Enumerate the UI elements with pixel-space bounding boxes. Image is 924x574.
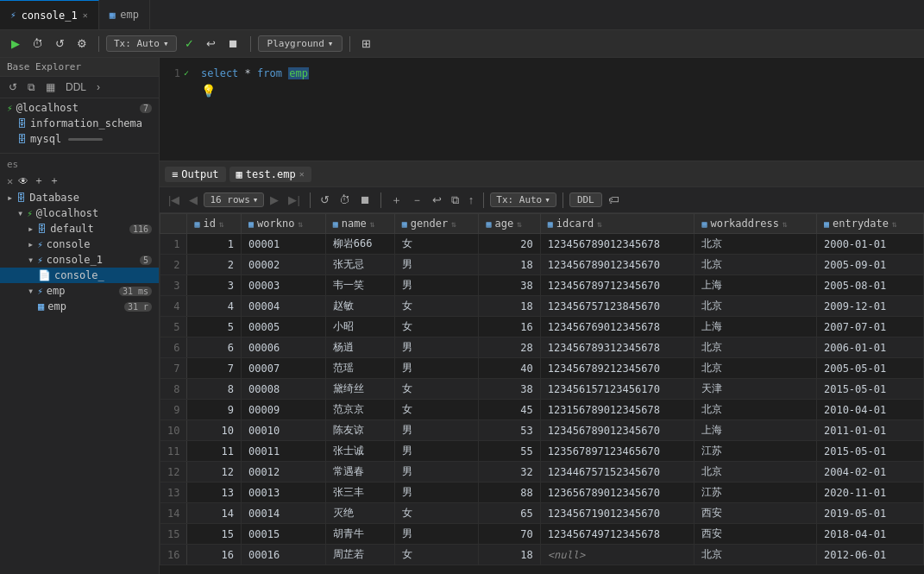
table-cell[interactable]: 赵敏 [325,296,394,317]
sidebar-ddl-button[interactable]: DDL [62,79,90,95]
sidebar-item-mysql[interactable]: 🗄 mysql [0,131,159,147]
table-row[interactable]: 131300013张三丰男88123656789012345670江苏2020-… [160,483,924,503]
table-cell[interactable]: 32 [479,462,540,483]
rows-dropdown[interactable]: 16 rows ▾ [204,192,264,207]
tab-output[interactable]: ≡ Output [165,167,226,182]
table-cell[interactable]: 00003 [242,275,326,296]
sidebar-item-database[interactable]: ▸ 🗄 Database [0,190,159,205]
col-workno-sort-icon[interactable]: ⇅ [298,219,303,229]
data-tx-dropdown[interactable]: Tx: Auto ▾ [490,192,556,207]
table-cell[interactable]: 123456789012345670 [540,255,695,275]
table-cell[interactable]: 00013 [242,483,326,503]
table-cell[interactable]: 女 [394,234,479,255]
table-cell[interactable]: 张三丰 [325,483,394,503]
table-cell[interactable]: 上海 [695,420,817,441]
table-cell[interactable]: 上海 [695,275,817,296]
export-button[interactable]: ↑ [465,192,478,208]
settings-button[interactable]: ⚙ [72,35,91,53]
table-cell[interactable]: 女 [394,379,479,400]
sidebar-item-close-icon[interactable]: ✕ 👁 ＋ ＋ [0,172,159,190]
stop-button[interactable]: ⏹ [223,35,243,53]
table-row[interactable]: 6600006杨逍男28123456789312345678北京2006-01-… [160,337,924,358]
sidebar-item-emp-table[interactable]: ▦ emp 31 r [0,299,159,314]
table-cell[interactable]: 123456789312345678 [540,337,695,358]
table-cell[interactable]: 范京京 [325,400,394,420]
table-cell[interactable]: 28 [479,337,540,358]
col-age-sort-icon[interactable]: ⇅ [517,219,522,229]
table-row[interactable]: 7700007范瑶男40123456789212345670北京2005-05-… [160,358,924,379]
sidebar-item-default[interactable]: ▸ 🗄 default 116 [0,221,159,237]
table-cell[interactable]: 15 [187,524,242,545]
table-cell[interactable]: 123456719012345670 [540,503,695,524]
col-entrydate-sort-icon[interactable]: ⇅ [892,219,897,229]
table-row[interactable]: 161600016周芷若女18<null>北京2012-06-01 [160,545,924,565]
table-cell[interactable]: 65 [479,503,540,524]
table-cell[interactable]: 2004-02-01 [816,462,923,483]
table-cell[interactable]: 女 [394,503,479,524]
table-cell[interactable]: 123456749712345678 [540,524,695,545]
sidebar-item-localhost[interactable]: ▾ ⚡ @localhost [0,205,159,221]
table-row[interactable]: 141400014灭绝女65123456719012345670西安2019-0… [160,503,924,524]
table-cell[interactable]: 18 [479,296,540,317]
playground-button[interactable]: Playground ▾ [258,35,343,52]
table-cell[interactable]: 胡青牛 [325,524,394,545]
table-cell[interactable]: 2018-04-01 [816,524,923,545]
table-cell[interactable]: 14 [187,503,242,524]
table-cell[interactable]: 2000-01-01 [816,234,923,255]
table-cell[interactable]: 18 [479,255,540,275]
result-tab-close[interactable]: ✕ [299,169,305,179]
sidebar-item-information-schema[interactable]: 🗄 information_schema [0,116,159,131]
table-container[interactable]: ▦ id ⇅ ▦ workno ⇅ [160,213,924,574]
table-cell[interactable]: 5 [187,317,242,337]
col-workaddress[interactable]: ▦ workaddress ⇅ [695,214,817,234]
table-cell[interactable]: 53 [479,420,540,441]
table-cell[interactable]: 女 [394,317,479,337]
table-cell[interactable]: 2020-11-01 [816,483,923,503]
table-cell[interactable]: 男 [394,483,479,503]
col-id-sort-icon[interactable]: ⇅ [219,219,224,229]
table-cell[interactable]: 00005 [242,317,326,337]
prev-page-button[interactable]: ◀ [185,192,201,208]
table-cell[interactable]: 00009 [242,400,326,420]
table-cell[interactable]: 6 [187,337,242,358]
table-cell[interactable]: 3 [187,275,242,296]
table-cell[interactable]: 13 [187,483,242,503]
table-cell[interactable]: 女 [394,545,479,565]
table-row[interactable]: 3300003韦一笑男38123456789712345670上海2005-08… [160,275,924,296]
history-button[interactable]: ⏱ [28,35,47,53]
table-cell[interactable]: 2006-01-01 [816,337,923,358]
sidebar-copy-button[interactable]: ⧉ [24,79,39,95]
col-gender-sort-icon[interactable]: ⇅ [451,219,456,229]
check-button[interactable]: ✓ [180,35,198,53]
table-cell[interactable]: 00002 [242,255,326,275]
sidebar-item-console[interactable]: ▸ ⚡ console [0,237,159,252]
col-workaddress-sort-icon[interactable]: ⇅ [783,219,788,229]
grid-button[interactable]: ⊞ [357,35,375,53]
table-cell[interactable]: 柳岩666 [325,234,394,255]
table-cell[interactable]: 123446757152345670 [540,462,695,483]
table-cell[interactable]: 北京 [695,337,817,358]
col-idcard-sort-icon[interactable]: ⇅ [597,219,602,229]
table-cell[interactable]: 陈友谅 [325,420,394,441]
col-entrydate[interactable]: ▦ entrydate ⇅ [816,214,923,234]
sidebar-refresh-button[interactable]: ↺ [5,79,21,95]
table-cell[interactable]: 女 [394,296,479,317]
table-cell[interactable]: 123567897123465670 [540,441,695,462]
table-cell[interactable]: 2005-09-01 [816,255,923,275]
table-cell[interactable]: 西安 [695,503,817,524]
copy-button[interactable]: ⧉ [448,192,462,209]
next-page-button[interactable]: ▶ [267,192,282,208]
sidebar-more-button[interactable]: › [93,79,104,95]
table-row[interactable]: 5500005小昭女16123456769012345678上海2007-07-… [160,317,924,337]
table-cell[interactable]: 123456757123845670 [540,296,695,317]
table-cell[interactable]: 123456789012345670 [540,420,695,441]
table-row[interactable]: 101000010陈友谅男53123456789012345670上海2011-… [160,420,924,441]
table-cell[interactable]: 男 [394,441,479,462]
table-cell[interactable]: 男 [394,462,479,483]
table-cell[interactable]: 00004 [242,296,326,317]
table-cell[interactable]: 123456789712345670 [540,275,695,296]
undo-button[interactable]: ↩ [202,35,220,53]
table-cell[interactable]: 周芷若 [325,545,394,565]
table-cell[interactable]: 11 [187,441,242,462]
table-cell[interactable]: 7 [187,358,242,379]
